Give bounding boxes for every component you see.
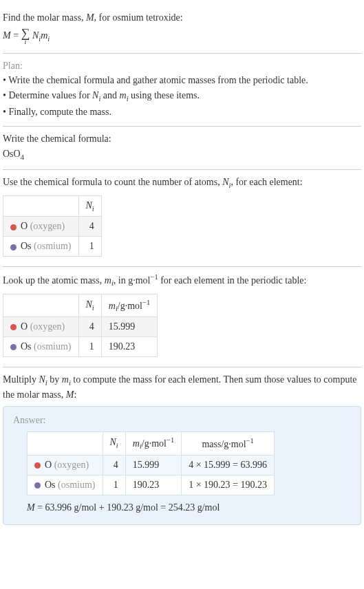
intro-line: Find the molar mass, M, for osmium tetro… — [3, 11, 361, 25]
header-ni: Ni — [103, 432, 125, 455]
table-row: Os (osmium) 1 190.23 1 × 190.23 = 190.23 — [28, 475, 275, 495]
dot-icon — [10, 344, 17, 350]
intro-section: Find the molar mass, M, for osmium tetro… — [3, 6, 361, 54]
header-blank — [3, 294, 79, 317]
chemical-formula: OsO4 — [3, 147, 361, 162]
m-cell: 15.999 — [101, 317, 157, 337]
element-cell: Os (osmium) — [3, 237, 79, 257]
plan-bullet-1: • Write the chemical formula and gather … — [3, 74, 361, 87]
answer-label: Answer: — [13, 415, 351, 426]
dot-icon — [10, 224, 17, 231]
table-row: O (oxygen) 4 15.999 — [3, 317, 158, 337]
plan-heading: Plan: — [3, 59, 361, 73]
table-header-row: Ni — [3, 195, 102, 217]
count-table: Ni O (oxygen) 4 Os (osmium) 1 — [3, 195, 102, 257]
mass-section: Look up the atomic mass, mi, in g·mol−1 … — [3, 267, 361, 367]
table-header-row: Ni mi/g·mol−1 — [3, 294, 158, 317]
compute-line: Multiply Ni by mi to compute the mass fo… — [3, 373, 361, 402]
formula-mi: i — [47, 34, 50, 42]
n-cell: 4 — [78, 217, 101, 237]
n-cell: 1 — [78, 337, 101, 357]
compute-section: Multiply Ni by mi to compute the mass fo… — [3, 367, 361, 531]
table-header-row: Ni mi/g·mol−1 mass/g·mol−1 — [28, 432, 275, 455]
m-cell: 190.23 — [101, 337, 157, 357]
formula-eq: = — [11, 30, 21, 40]
plan-bullet-2: • Determine values for Ni and mi using t… — [3, 89, 361, 104]
element-cell: O (oxygen) — [28, 455, 103, 475]
sigma-icon: ∑i — [21, 28, 30, 45]
plan-bullet-3: • Finally, compute the mass. — [3, 105, 361, 119]
formula-M: M — [3, 30, 11, 40]
n-cell: 1 — [78, 237, 101, 257]
intro-text-1: Find the molar mass, — [3, 12, 86, 23]
header-mi: mi/g·mol−1 — [101, 294, 157, 317]
dot-icon — [34, 482, 41, 489]
formula-N: N — [32, 30, 39, 40]
element-cell: O (oxygen) — [3, 317, 79, 337]
count-line: Use the chemical formula to count the nu… — [3, 175, 361, 191]
table-row: Os (osmium) 1 — [3, 237, 102, 257]
mass-line: Look up the atomic mass, mi, in g·mol−1 … — [3, 272, 361, 289]
formula-section: Write the chemical formula: OsO4 — [3, 127, 361, 170]
mass-table: Ni mi/g·mol−1 O (oxygen) 4 15.999 Os (os… — [3, 294, 158, 357]
dot-icon — [10, 244, 17, 250]
count-section: Use the chemical formula to count the nu… — [3, 170, 361, 267]
intro-M: M — [86, 12, 94, 23]
mass-cell: 4 × 15.999 = 63.996 — [182, 455, 275, 475]
header-blank — [3, 195, 79, 217]
table-row: Os (osmium) 1 190.23 — [3, 337, 158, 357]
intro-text-2: , for osmium tetroxide: — [94, 12, 183, 23]
dot-icon — [34, 462, 41, 469]
table-row: O (oxygen) 4 — [3, 217, 102, 237]
m-cell: 15.999 — [125, 455, 181, 475]
n-cell: 1 — [103, 475, 125, 495]
answer-box: Answer: Ni mi/g·mol−1 mass/g·mol−1 O (ox… — [3, 406, 361, 524]
answer-equation: M = 63.996 g/mol + 190.23 g/mol = 254.23… — [27, 502, 351, 513]
table-row: O (oxygen) 4 15.999 4 × 15.999 = 63.996 — [28, 455, 275, 475]
n-cell: 4 — [78, 317, 101, 337]
element-cell: Os (osmium) — [3, 337, 79, 357]
answer-table: Ni mi/g·mol−1 mass/g·mol−1 O (oxygen) 4 … — [27, 431, 275, 495]
element-cell: Os (osmium) — [28, 475, 103, 495]
intro-formula: M = ∑i Nimi — [3, 28, 361, 45]
formula-label: Write the chemical formula: — [3, 132, 361, 146]
dot-icon — [10, 324, 17, 330]
header-ni: Ni — [78, 195, 101, 217]
plan-section: Plan: • Write the chemical formula and g… — [3, 54, 361, 127]
mass-cell: 1 × 190.23 = 190.23 — [182, 475, 275, 495]
header-ni: Ni — [78, 294, 101, 317]
header-mass: mass/g·mol−1 — [182, 432, 275, 455]
n-cell: 4 — [103, 455, 125, 475]
element-cell: O (oxygen) — [3, 217, 79, 237]
m-cell: 190.23 — [125, 475, 181, 495]
formula-m: m — [41, 30, 47, 40]
header-blank — [28, 432, 103, 455]
header-mi: mi/g·mol−1 — [125, 432, 181, 455]
